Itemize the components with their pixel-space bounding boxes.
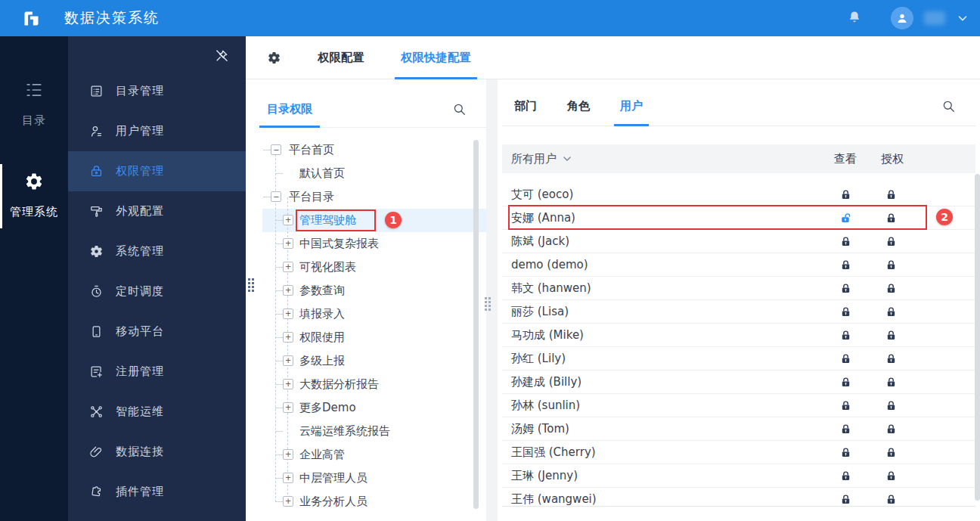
auth-permission-lock-icon[interactable] — [868, 236, 913, 247]
auth-permission-lock-icon[interactable] — [868, 353, 913, 364]
grantee-tab-department[interactable]: 部门 — [510, 99, 541, 126]
expand-node-icon[interactable]: + — [283, 285, 293, 296]
expand-node-icon[interactable]: + — [283, 238, 293, 249]
collapse-node-icon[interactable]: − — [271, 191, 281, 202]
auth-permission-lock-icon[interactable] — [868, 306, 913, 318]
auth-permission-lock-icon[interactable] — [868, 423, 913, 435]
collapse-node-icon[interactable]: − — [271, 144, 281, 155]
gear-outline-icon[interactable] — [267, 51, 281, 65]
tree-node-label[interactable]: 多级上报 — [299, 354, 345, 368]
tree-node-label[interactable]: 可视化图表 — [299, 260, 356, 274]
expand-node-icon[interactable]: + — [283, 355, 293, 366]
auth-permission-lock-icon[interactable] — [868, 259, 913, 271]
auth-permission-lock-icon[interactable] — [868, 494, 913, 505]
tree-node[interactable]: 默认首页 — [262, 162, 486, 185]
tab-directory-permission[interactable]: 目录权限 — [262, 102, 317, 127]
auth-permission-lock-icon[interactable] — [868, 470, 913, 482]
tree-node[interactable]: +更多Demo — [262, 396, 486, 420]
auth-permission-lock-icon[interactable] — [868, 377, 913, 388]
user-row[interactable]: 孙林 (sunlin) — [502, 394, 975, 417]
auth-permission-lock-icon[interactable] — [868, 447, 913, 458]
tree-node-label[interactable]: 中国式复杂报表 — [299, 237, 379, 251]
view-permission-lock-icon[interactable] — [823, 353, 868, 364]
tree-node-label[interactable]: 大数据分析报告 — [299, 377, 379, 392]
user-row[interactable]: 王伟 (wangwei) — [502, 488, 975, 507]
top-tab-permission-config[interactable]: 权限配置 — [318, 36, 364, 79]
user-row[interactable]: 安娜 (Anna)2 — [502, 206, 975, 230]
tree-node-label[interactable]: 云端运维系统报告 — [299, 424, 390, 439]
user-row[interactable]: 丽莎 (Lisa) — [502, 300, 975, 324]
rail-item-catalog[interactable]: 目录 — [0, 80, 68, 128]
auth-permission-lock-icon[interactable] — [868, 400, 913, 411]
view-permission-lock-icon[interactable] — [823, 494, 868, 505]
tree-node[interactable]: +企业高管 — [262, 443, 486, 467]
sidebar-item-intelligent-ops[interactable]: 智能运维 — [68, 392, 246, 432]
user-row[interactable]: 王琳 (Jenny) — [502, 464, 975, 488]
expand-node-icon[interactable]: + — [283, 496, 293, 507]
grantee-tab-role[interactable]: 角色 — [563, 99, 594, 126]
sidebar-item-appearance-config[interactable]: 外观配置 — [68, 191, 246, 231]
view-permission-lock-icon[interactable] — [823, 423, 868, 435]
tree-node[interactable]: −平台目录 — [262, 185, 486, 209]
auth-permission-lock-icon[interactable] — [868, 189, 913, 200]
auth-permission-lock-icon[interactable] — [868, 212, 913, 224]
bell-icon[interactable] — [847, 10, 862, 26]
chevron-down-icon[interactable] — [956, 11, 969, 25]
sidebar-item-system-management[interactable]: 系统管理 — [68, 231, 246, 271]
view-permission-unlock-icon[interactable] — [823, 212, 868, 224]
sidebar-item-user-management[interactable]: 用户管理 — [68, 111, 246, 151]
auth-permission-lock-icon[interactable] — [868, 283, 913, 294]
sidebar-item-data-connection[interactable]: 数据连接 — [68, 432, 246, 472]
expand-node-icon[interactable]: + — [283, 449, 293, 460]
tree-scrollbar[interactable] — [473, 140, 479, 509]
tree-node-label[interactable]: 更多Demo — [299, 401, 356, 415]
tree-node[interactable]: +业务分析人员 — [262, 490, 486, 513]
sidebar-item-scheduled-tasks[interactable]: 定时调度 — [68, 271, 246, 312]
user-list-scrollbar[interactable] — [975, 174, 980, 501]
tree-node[interactable]: −平台首页 — [262, 138, 486, 162]
sidebar-item-plugin-management[interactable]: 插件管理 — [68, 472, 246, 512]
view-permission-lock-icon[interactable] — [823, 470, 868, 482]
view-permission-lock-icon[interactable] — [823, 330, 868, 341]
tree-node-label[interactable]: 管理驾驶舱 — [299, 213, 356, 228]
tree-node[interactable]: +可视化图表 — [262, 256, 486, 279]
user-row[interactable]: 马功成 (Mike) — [502, 324, 975, 347]
all-users-dropdown[interactable]: 所有用户 — [511, 152, 572, 166]
user-row[interactable]: 韩文 (hanwen) — [502, 277, 975, 300]
auth-permission-lock-icon[interactable] — [868, 330, 913, 341]
expand-node-icon[interactable]: + — [283, 262, 293, 272]
user-row[interactable]: demo (demo) — [502, 253, 975, 277]
view-permission-lock-icon[interactable] — [823, 400, 868, 411]
top-tab-permission-quick-config[interactable]: 权限快捷配置 — [401, 36, 471, 79]
tree-node-label[interactable]: 平台首页 — [289, 143, 334, 157]
tree-node[interactable]: +填报录入 — [262, 302, 486, 326]
view-permission-lock-icon[interactable] — [823, 236, 868, 247]
unpin-icon[interactable] — [214, 48, 229, 64]
tree-node[interactable]: +大数据分析报告 — [262, 373, 486, 396]
tree-node[interactable]: +中层管理人员 — [262, 467, 486, 490]
user-row[interactable]: 陈斌 (Jack) — [502, 230, 975, 253]
search-icon[interactable] — [941, 99, 956, 113]
sidebar-item-permission-management[interactable]: 权限管理 — [68, 151, 246, 191]
user-row[interactable]: 孙建成 (Billy) — [502, 371, 975, 394]
view-permission-lock-icon[interactable] — [823, 283, 868, 294]
tree-node[interactable]: +中国式复杂报表 — [262, 232, 486, 256]
tree-node-label[interactable]: 默认首页 — [299, 166, 345, 181]
tree-node-label[interactable]: 参数查询 — [299, 284, 345, 298]
expand-node-icon[interactable]: + — [283, 402, 293, 413]
expand-node-icon[interactable]: + — [283, 379, 293, 389]
sidebar-item-mobile-platform[interactable]: 移动平台 — [68, 312, 246, 352]
tree-node[interactable]: 云端运维系统报告 — [262, 420, 486, 443]
user-row[interactable]: 艾可 (eoco) — [502, 183, 975, 206]
user-row[interactable]: 孙红 (Lily) — [502, 347, 975, 371]
expand-node-icon[interactable]: + — [283, 332, 293, 343]
sidebar-item-registration[interactable]: 注册管理 — [68, 352, 246, 392]
view-permission-lock-icon[interactable] — [823, 189, 868, 200]
tree-node-label[interactable]: 中层管理人员 — [299, 471, 368, 485]
sidebar-item-catalog-management[interactable]: 目录管理 — [68, 71, 246, 111]
tree-node[interactable]: +参数查询 — [262, 279, 486, 302]
user-row[interactable]: 汤姆 (Tom) — [502, 417, 975, 441]
tree-node-label[interactable]: 平台目录 — [289, 190, 334, 204]
grantee-tab-user[interactable]: 用户 — [616, 99, 647, 126]
panel-drag-handle[interactable] — [248, 278, 255, 292]
